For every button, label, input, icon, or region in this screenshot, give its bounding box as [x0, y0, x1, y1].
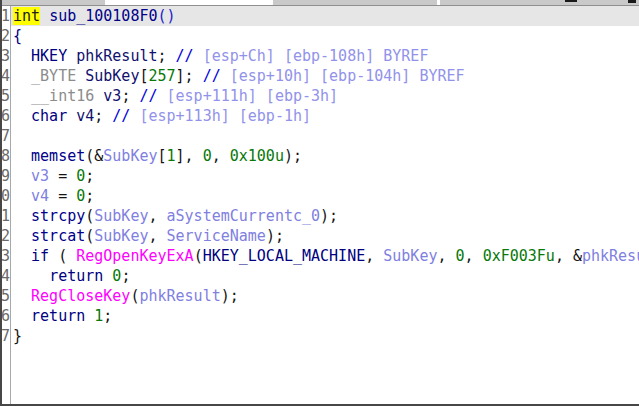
code-token[interactable]: ;	[94, 107, 112, 125]
code-token[interactable]	[13, 67, 31, 85]
code-token[interactable]: (&	[85, 147, 103, 165]
code-token[interactable]: ;	[103, 307, 112, 325]
code-token[interactable]: (	[85, 207, 94, 225]
code-token[interactable]: , &	[555, 247, 582, 265]
code-token[interactable]: [esp+113h] [ebp-1h]	[130, 107, 311, 125]
code-token[interactable]	[13, 47, 31, 65]
code-token[interactable]: ,	[437, 247, 455, 265]
code-token[interactable]	[13, 207, 31, 225]
code-token[interactable]	[67, 47, 76, 65]
code-token[interactable]: );	[221, 287, 239, 305]
code-token[interactable]: (	[194, 247, 203, 265]
code-token[interactable]	[13, 107, 31, 125]
code-token[interactable]: //	[176, 47, 194, 65]
code-token[interactable]: //	[139, 87, 157, 105]
code-line[interactable]: return 0;	[11, 266, 639, 286]
code-line[interactable]	[11, 126, 639, 146]
code-token[interactable]: }	[13, 327, 22, 345]
code-token[interactable]: ,	[148, 227, 166, 245]
code-token[interactable]: 257	[148, 67, 175, 85]
code-token[interactable]: if	[31, 247, 49, 265]
code-token[interactable]	[13, 287, 31, 305]
code-token[interactable]: ;	[121, 87, 139, 105]
code-token[interactable]: [esp+10h] [ebp-104h] BYREF	[221, 67, 465, 85]
code-line[interactable]: }	[11, 326, 639, 346]
code-token[interactable]: HKEY	[31, 47, 67, 65]
code-token[interactable]: );	[284, 147, 302, 165]
code-token[interactable]: ,	[365, 247, 383, 265]
code-line[interactable]: HKEY phkResult; // [esp+Ch] [ebp-108h] B…	[11, 46, 639, 66]
code-token[interactable]	[67, 107, 76, 125]
code-token[interactable]: ;	[158, 47, 176, 65]
code-token[interactable]: ;	[121, 267, 130, 285]
code-token[interactable]: SubKey	[103, 147, 157, 165]
code-token[interactable]: memset	[31, 147, 85, 165]
code-token[interactable]: v4	[31, 187, 49, 205]
code-line[interactable]: strcat(SubKey, ServiceName);	[11, 226, 639, 246]
code-token[interactable]: //	[112, 107, 130, 125]
code-token[interactable]: ,	[212, 147, 230, 165]
code-token[interactable]: ],	[176, 147, 203, 165]
code-token[interactable]	[13, 247, 31, 265]
code-line[interactable]: RegCloseKey(phkResult);	[11, 286, 639, 306]
code-token[interactable]: ,	[148, 207, 166, 225]
code-token[interactable]: SubKey	[383, 247, 437, 265]
code-token[interactable]: 0	[76, 167, 85, 185]
code-token[interactable]	[13, 267, 49, 285]
code-token[interactable]: 1	[94, 307, 103, 325]
code-token[interactable]: ];	[176, 67, 203, 85]
code-token[interactable]: HKEY_LOCAL_MACHINE	[203, 247, 366, 265]
code-token[interactable]	[13, 147, 31, 165]
code-line[interactable]: char v4; // [esp+113h] [ebp-1h]	[11, 106, 639, 126]
code-token[interactable]: ;	[85, 167, 94, 185]
code-token[interactable]: phkResult	[582, 247, 639, 265]
code-token[interactable]: v4	[76, 107, 94, 125]
code-token[interactable]: v3	[103, 87, 121, 105]
code-token[interactable]: [esp+Ch] [ebp-108h] BYREF	[194, 47, 429, 65]
highlighted-token[interactable]: int	[13, 7, 40, 25]
code-token[interactable]	[85, 307, 94, 325]
code-token[interactable]: 0	[203, 147, 212, 165]
code-line[interactable]: v4 = 0;	[11, 186, 639, 206]
code-token[interactable]: ;	[85, 187, 94, 205]
code-token[interactable]: return	[31, 307, 85, 325]
code-token[interactable]: //	[203, 67, 221, 85]
code-token[interactable]	[94, 87, 103, 105]
code-token[interactable]	[13, 307, 31, 325]
code-token[interactable]: 0	[456, 247, 465, 265]
code-token[interactable]: 0xF003Fu	[483, 247, 555, 265]
code-token[interactable]: [esp+111h] [ebp-3h]	[158, 87, 339, 105]
code-line[interactable]: _BYTE SubKey[257]; // [esp+10h] [ebp-104…	[11, 66, 639, 86]
code-token[interactable]	[103, 267, 112, 285]
code-token[interactable]: ()	[158, 7, 176, 25]
code-line[interactable]: v3 = 0;	[11, 166, 639, 186]
code-line[interactable]: int sub_100108F0()	[11, 6, 639, 26]
code-token[interactable]: SubKey	[94, 207, 148, 225]
code-line[interactable]: __int16 v3; // [esp+111h] [ebp-3h]	[11, 86, 639, 106]
code-token[interactable]: [	[158, 147, 167, 165]
code-token[interactable]: char	[31, 107, 67, 125]
code-token[interactable]: (	[49, 247, 76, 265]
code-token[interactable]	[13, 87, 31, 105]
code-token[interactable]: phkResult	[76, 47, 157, 65]
code-token[interactable]	[40, 7, 49, 25]
pseudocode-view[interactable]: int sub_100108F0(){ HKEY phkResult; // […	[11, 6, 639, 346]
code-token[interactable]: ,	[465, 247, 483, 265]
code-line[interactable]: strcpy(SubKey, aSystemCurrentc_0);	[11, 206, 639, 226]
code-token[interactable]: );	[266, 227, 284, 245]
code-token[interactable]: (	[85, 227, 94, 245]
code-token[interactable]: _BYTE	[31, 67, 76, 85]
code-line[interactable]: {	[11, 26, 639, 46]
code-token[interactable]: strcat	[31, 227, 85, 245]
code-token[interactable]: __int16	[31, 87, 94, 105]
code-token[interactable]: =	[49, 167, 76, 185]
code-token[interactable]: sub_100108F0	[49, 7, 157, 25]
code-token[interactable]: {	[13, 27, 22, 45]
code-token[interactable]: RegOpenKeyExA	[76, 247, 193, 265]
code-token[interactable]: return	[49, 267, 103, 285]
code-token[interactable]: RegCloseKey	[31, 287, 130, 305]
code-token[interactable]: 0x100u	[230, 147, 284, 165]
code-line[interactable]: memset(&SubKey[1], 0, 0x100u);	[11, 146, 639, 166]
code-token[interactable]: phkResult	[139, 287, 220, 305]
code-token[interactable]: ServiceName	[167, 227, 266, 245]
